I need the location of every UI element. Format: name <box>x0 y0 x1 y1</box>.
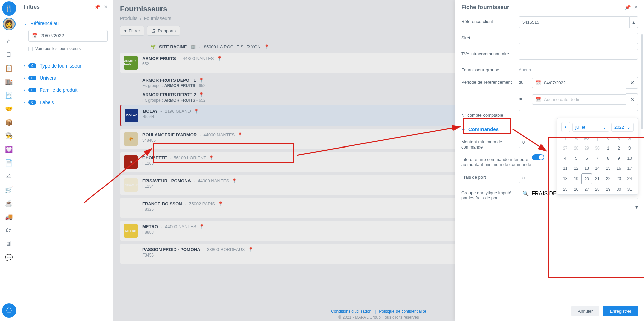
group-label: Fournisseur groupe <box>461 64 519 72</box>
date-to-clear[interactable]: ✕ <box>626 93 638 105</box>
dp-day[interactable]: 16 <box>614 163 624 173</box>
date-from-input[interactable]: 📅04/07/2022 <box>532 78 626 88</box>
nav-truck-icon[interactable]: 🚚 <box>3 211 15 223</box>
count-badge: 0 <box>28 88 36 92</box>
nav-doc-icon[interactable]: 📄 <box>3 157 15 169</box>
user-avatar[interactable]: 👩 <box>3 18 16 30</box>
nav-clipboard-icon[interactable]: 📋 <box>3 62 15 74</box>
app-logo[interactable]: 🍴 <box>2 1 16 16</box>
expand-toggle[interactable]: ▾ <box>635 204 638 210</box>
siret-input[interactable] <box>519 33 638 44</box>
dp-day[interactable]: 28 <box>592 184 603 194</box>
tva-input[interactable] <box>519 49 638 60</box>
dp-day[interactable]: 15 <box>603 163 614 173</box>
nav-heart-icon[interactable]: 💟 <box>3 143 15 155</box>
nav-stack-icon[interactable]: 🗂 <box>3 224 15 236</box>
filter-referenced-at[interactable]: ⌄ Référencé au <box>24 21 108 26</box>
ref-client-input[interactable] <box>519 16 630 28</box>
filter-date-input[interactable]: 📅 20/07/2022 <box>28 30 108 42</box>
dp-day[interactable]: 28 <box>571 143 582 153</box>
nav-box-icon[interactable]: 📦 <box>3 116 15 128</box>
cancel-button[interactable]: Annuler <box>571 306 600 316</box>
pin-icon[interactable]: 📌 <box>625 5 631 10</box>
dp-weekday: d <box>624 135 635 143</box>
close-icon[interactable]: ✕ <box>634 5 638 10</box>
dp-day[interactable]: 5 <box>571 153 582 163</box>
dp-day[interactable]: 3 <box>624 143 635 153</box>
nav-store-icon[interactable]: 🏬 <box>3 76 15 88</box>
date-to-placeholder: Aucune date de fin <box>544 97 580 102</box>
dp-weekday: me <box>581 135 592 143</box>
dp-day[interactable]: 4 <box>560 153 571 163</box>
pin-icon[interactable]: 📌 <box>94 4 100 10</box>
year-select[interactable]: 2022⌄ <box>611 123 634 132</box>
dp-day[interactable]: 14 <box>592 163 603 173</box>
dp-weekday: l <box>560 135 571 143</box>
filter-group-row[interactable]: ›0Famille de produit <box>18 84 113 96</box>
nav-handshake-icon[interactable]: 🤝 <box>3 103 15 115</box>
dp-day[interactable]: 23 <box>614 173 624 184</box>
date-from-value: 04/07/2022 <box>544 80 566 85</box>
filter-group-row[interactable]: ›0Univers <box>18 72 113 84</box>
dp-day[interactable]: 11 <box>560 163 571 173</box>
forbid-toggle[interactable] <box>532 154 544 160</box>
dp-day[interactable]: 22 <box>603 173 614 184</box>
dp-day[interactable]: 18 <box>560 173 571 184</box>
dp-day[interactable]: 6 <box>581 153 592 163</box>
scrollbar[interactable] <box>641 34 643 129</box>
nav-info-icon[interactable]: ⓘ <box>2 303 16 318</box>
filter-group-row[interactable]: ›0Type de fournisseur <box>18 60 113 72</box>
save-button[interactable]: Enregistrer <box>603 306 638 316</box>
date-picker: ‹ juillet⌄ 2022⌄ lmmejvsd272829301234567… <box>557 118 638 195</box>
nav-cart-icon[interactable]: 🛒 <box>3 184 15 196</box>
period-label: Période de référencement <box>461 77 519 85</box>
dp-day[interactable]: 7 <box>592 153 603 163</box>
checkbox-empty[interactable] <box>28 47 33 51</box>
count-badge: 0 <box>28 100 36 105</box>
nav-coffee-icon[interactable]: ☕ <box>3 197 15 209</box>
dp-weekday: m <box>571 135 582 143</box>
dp-day[interactable]: 29 <box>581 143 592 153</box>
nav-bell-icon[interactable]: 🛎 <box>3 170 15 182</box>
nav-calc-icon[interactable]: 🖩 <box>3 238 15 250</box>
count-badge: 0 <box>28 76 36 80</box>
dp-day[interactable]: 20 <box>581 173 592 184</box>
nav-chef-icon[interactable]: 👨‍🍳 <box>3 130 15 142</box>
dp-day[interactable]: 31 <box>624 184 635 194</box>
dp-day[interactable]: 21 <box>592 173 603 184</box>
close-icon[interactable]: ✕ <box>104 4 108 10</box>
month-select[interactable]: juillet⌄ <box>572 123 609 132</box>
dp-day[interactable]: 30 <box>592 143 603 153</box>
dp-weekday: j <box>592 135 603 143</box>
dp-day[interactable]: 9 <box>614 153 624 163</box>
date-to-input[interactable]: 📅Aucune date de fin <box>532 94 626 105</box>
dp-day[interactable]: 2 <box>614 143 624 153</box>
show-all-checkbox-row[interactable]: Voir tous les fournisseurs <box>28 46 108 51</box>
dp-day[interactable]: 27 <box>560 143 571 153</box>
calendar-icon: 📅 <box>536 97 541 102</box>
dp-day[interactable]: 13 <box>581 163 592 173</box>
dropdown-toggle[interactable]: ▴ <box>630 16 638 28</box>
dp-day[interactable]: 24 <box>624 173 635 184</box>
account-label: N° compte comptable <box>461 110 519 118</box>
dp-day[interactable]: 29 <box>603 184 614 194</box>
dp-day[interactable]: 10 <box>624 153 635 163</box>
date-from-clear[interactable]: ✕ <box>626 77 638 89</box>
prev-month-button[interactable]: ‹ <box>561 122 570 132</box>
filter-group-row[interactable]: ›0Labels <box>18 96 113 108</box>
dp-day[interactable]: 25 <box>560 184 571 194</box>
dp-day[interactable]: 27 <box>581 184 592 194</box>
dp-day[interactable]: 30 <box>614 184 624 194</box>
nav-invoice-icon[interactable]: 🧾 <box>3 89 15 101</box>
nav-chat-icon[interactable]: 💬 <box>3 251 15 263</box>
dp-day[interactable]: 8 <box>603 153 614 163</box>
dp-day[interactable]: 26 <box>571 184 582 194</box>
nav-home-icon[interactable]: ⌂ <box>3 35 15 47</box>
dp-day[interactable]: 17 <box>624 163 635 173</box>
dp-day[interactable]: 19 <box>571 173 582 184</box>
dp-day[interactable]: 1 <box>603 143 614 153</box>
nav-notes-icon[interactable]: 🗒 <box>3 49 15 61</box>
dp-day[interactable]: 12 <box>571 163 582 173</box>
icon-rail: 🍴 👩 ⌂ 🗒 📋 🏬 🧾 🤝 📦 👨‍🍳 💟 📄 🛎 🛒 ☕ 🚚 🗂 🖩 💬 … <box>0 0 18 321</box>
chevron-right-icon: › <box>24 100 25 105</box>
